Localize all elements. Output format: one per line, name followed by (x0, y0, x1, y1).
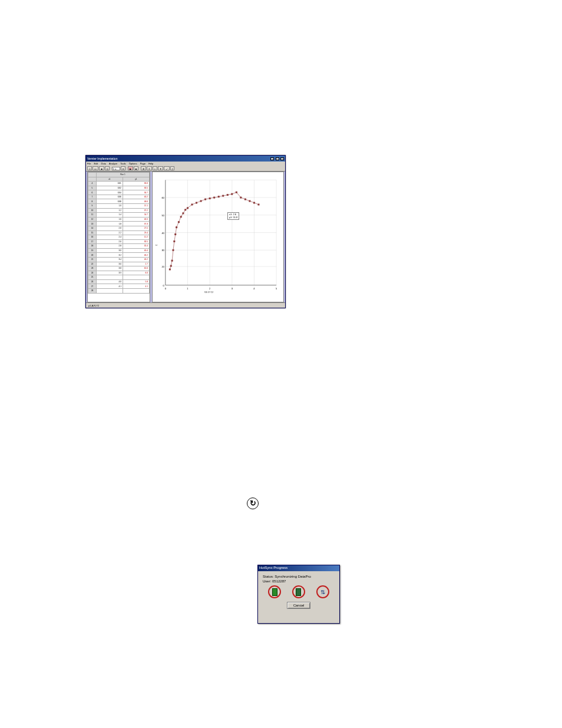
table-row[interactable]: 101.237.2 (88, 208, 150, 213)
cell-c2[interactable] (123, 289, 149, 294)
table-row[interactable]: 40.0130.0 (88, 182, 150, 186)
table-row[interactable]: 121.646.9 (88, 217, 150, 222)
cell-c1[interactable]: 1.6 (96, 217, 123, 222)
tb-new-icon[interactable]: □ (87, 166, 92, 170)
cell-c2[interactable]: 46.2 (123, 253, 149, 258)
cell-c2[interactable]: 12.2 (123, 235, 149, 240)
cell-c1[interactable]: 3.4 (96, 257, 123, 262)
cell-c2[interactable]: 37.2 (123, 208, 149, 213)
cell-c2[interactable]: 30.0 (123, 182, 149, 186)
menu-options[interactable]: Options (129, 162, 137, 165)
table-row[interactable]: 264.05.8 (88, 279, 150, 284)
cell-c2[interactable]: 5.8 (123, 279, 149, 284)
cell-c2[interactable]: 29.4 (123, 230, 149, 235)
cell-c2[interactable]: 30.5 (123, 239, 149, 244)
cell-c2[interactable]: 32.4 (123, 244, 149, 249)
tb-zoom-button[interactable]: ⊕ (141, 166, 146, 170)
tb-open-icon[interactable]: ▭ (92, 166, 98, 170)
cell-c1[interactable]: 1.0 (96, 204, 123, 209)
table-row[interactable]: 28 (88, 289, 150, 294)
cell-c1[interactable]: 0.08 (96, 199, 123, 204)
cell-c1[interactable]: 1.4 (96, 213, 123, 218)
cell-c2[interactable]: 27.5 (123, 226, 149, 230)
graph-pane[interactable]: 02030 405060 012 345 x1: 2.6 y1: 51.0 C … (152, 172, 284, 302)
table-row[interactable]: 162.412.2 (88, 235, 150, 240)
data-table[interactable]: Run 1 x1 y1 40.0130.050.0230.560.0434.77… (88, 172, 150, 294)
table-row[interactable]: 213.446.2 (88, 257, 150, 262)
cell-c1[interactable]: 1.2 (96, 208, 123, 213)
cell-c1[interactable]: 4.0 (96, 279, 123, 284)
cell-c2[interactable]: 46.9 (123, 217, 149, 222)
col2-header[interactable]: y1 (123, 177, 149, 182)
menu-edit[interactable]: Edit (94, 162, 98, 165)
cell-c2[interactable] (123, 275, 149, 280)
cell-c2[interactable]: 40.4 (123, 248, 149, 253)
menu-data[interactable]: Data (101, 162, 106, 165)
cell-c1[interactable]: 2.8 (96, 244, 123, 249)
table-row[interactable]: 111.454.7 (88, 213, 150, 218)
cell-c1[interactable] (96, 275, 123, 280)
cell-c2[interactable]: 62.6 (123, 266, 149, 271)
tb-collect-button[interactable]: ▶ (128, 166, 133, 170)
tb-stats-button[interactable]: Σ (147, 166, 151, 170)
close-button[interactable]: × (280, 157, 284, 160)
cell-c2[interactable]: 37.3 (123, 222, 149, 226)
table-row[interactable]: 70.0640.2 (88, 195, 150, 199)
table-row[interactable]: 60.0434.7 (88, 190, 150, 195)
cell-c2[interactable]: 6.0 (123, 271, 149, 275)
table-row[interactable]: 203.246.2 (88, 253, 150, 258)
table-row[interactable]: 182.832.4 (88, 244, 150, 249)
cell-c2[interactable]: 48.6 (123, 199, 149, 204)
table-row[interactable]: 243.96.0 (88, 271, 150, 275)
menu-file[interactable]: File (87, 162, 91, 165)
tb-stepper-icon[interactable]: ▾ (121, 166, 125, 170)
cancel-button[interactable]: Cancel (287, 602, 310, 609)
table-row[interactable]: 274.14.1 (88, 284, 150, 289)
table-row[interactable]: 172.630.5 (88, 239, 150, 244)
table-row[interactable]: 50.0230.5 (88, 186, 150, 190)
cell-c1[interactable]: 2.6 (96, 239, 123, 244)
x-axis-label[interactable]: C6 17 C2 (204, 291, 213, 294)
cell-c1[interactable]: 0.06 (96, 195, 123, 199)
cell-c1[interactable]: 3.2 (96, 253, 123, 258)
cell-c1[interactable]: 3.6 (96, 262, 123, 266)
menu-analyze[interactable]: Analyze (109, 162, 117, 165)
table-row[interactable]: 233.862.6 (88, 266, 150, 271)
cell-c1[interactable]: 3.0 (96, 248, 123, 253)
menu-page[interactable]: Page (140, 162, 146, 165)
y-axis-label[interactable]: C (156, 244, 158, 246)
tb-examine-button[interactable]: ✦ (158, 166, 163, 170)
cell-c2[interactable]: 4.1 (123, 284, 149, 289)
table-row[interactable]: 193.040.4 (88, 248, 150, 253)
table-row[interactable]: 25 (88, 275, 150, 280)
cell-c1[interactable] (96, 289, 123, 294)
col1-header[interactable]: x1 (96, 177, 123, 182)
table-row[interactable]: 131.837.3 (88, 222, 150, 226)
minimize-button[interactable]: - (270, 157, 274, 160)
cell-c1[interactable]: 1.8 (96, 222, 123, 226)
table-row[interactable]: 223.62.7 (88, 262, 150, 266)
cell-c1[interactable]: 2.0 (96, 226, 123, 230)
cell-c2[interactable]: 34.7 (123, 190, 149, 195)
tb-tangent-button[interactable]: ⟋ (164, 166, 170, 170)
cell-c2[interactable]: 54.7 (123, 213, 149, 218)
cell-c2[interactable]: 40.2 (123, 195, 149, 199)
table-row[interactable]: 80.0848.6 (88, 199, 150, 204)
cell-c2[interactable]: 2.7 (123, 262, 149, 266)
menu-tools[interactable]: Tools (120, 162, 125, 165)
cell-c2[interactable]: 57.1 (123, 204, 149, 209)
tb-print-icon[interactable]: ⎙ (105, 166, 110, 170)
hotsync-icon[interactable]: ↻ (247, 498, 259, 509)
tb-integral-button[interactable]: ∫ (170, 166, 174, 170)
cell-c2[interactable]: 30.5 (123, 186, 149, 190)
table-row[interactable]: 152.229.4 (88, 230, 150, 235)
maximize-button[interactable]: □ (276, 157, 279, 160)
tb-rate-input[interactable]: 1 s (112, 167, 120, 170)
table-row[interactable]: 91.057.1 (88, 204, 150, 209)
menu-help[interactable]: Help (148, 162, 153, 165)
cell-c1[interactable]: 4.1 (96, 284, 123, 289)
tb-stop-button[interactable]: ■ (134, 166, 138, 170)
cell-c1[interactable]: 3.9 (96, 271, 123, 275)
table-row[interactable]: 142.027.5 (88, 226, 150, 230)
cell-c1[interactable]: 2.2 (96, 230, 123, 235)
